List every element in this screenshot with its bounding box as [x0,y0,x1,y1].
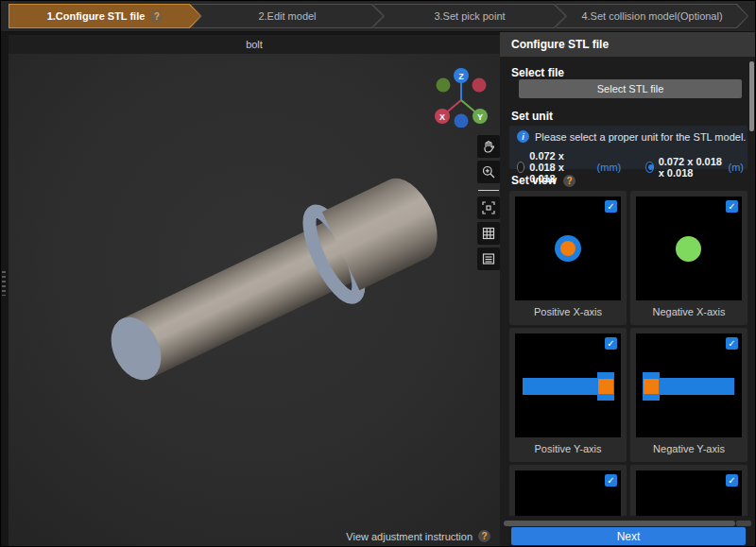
positive-y-thumbnail[interactable] [515,333,621,437]
view-adjustment-help-icon[interactable]: ? [478,530,490,542]
view-tile-positive-x-axis[interactable]: Positive X-axis [509,191,627,325]
step-set-pick-point[interactable]: 3.Set pick point [373,4,566,28]
unit-option-m[interactable]: 0.072 x 0.018 x 0.018 (m) [645,156,744,179]
view-tile-partial-2[interactable] [630,465,747,516]
list-icon[interactable] [477,248,500,270]
app-window: 1.Configure STL file ? 2.Edit model 3.Se… [0,0,756,547]
view-tile-negative-y-axis[interactable]: Negative Y-axis [630,328,747,462]
set-unit-box: i Please select a proper unit for the ST… [509,126,747,169]
negative-x-checkbox[interactable] [726,200,738,213]
zoom-in-icon[interactable] [477,161,500,183]
wizard-bar: 1.Configure STL file ? 2.Edit model 3.Se… [1,1,756,32]
view-tile-negative-x-axis[interactable]: Negative X-axis [630,191,747,325]
unit-info-row: i Please select a proper unit for the ST… [517,130,746,143]
partial-thumbnail-2[interactable] [636,470,742,516]
negative-y-thumbnail[interactable] [636,333,742,437]
partial-2-checkbox[interactable] [726,474,738,487]
radio-mm-icon[interactable] [517,162,524,173]
gizmo-neg-y-icon [437,78,451,93]
view-adjustment-instruction[interactable]: View adjustment instruction ? [346,530,490,542]
pan-hand-icon[interactable] [477,135,500,158]
select-stl-file-button[interactable]: Select STL file [519,79,742,98]
positive-x-thumbnail[interactable] [515,197,621,300]
gizmo-x-label: X [439,112,445,122]
panel-drag-handle[interactable] [2,271,6,296]
negative-x-shape-icon [676,236,701,262]
panel-title: Configure STL file [500,32,756,57]
step-2-label: 2.Edit model [258,10,316,22]
model-title: bolt [9,35,500,54]
radio-m-icon[interactable] [645,162,653,173]
set-view-heading-label: Set view [511,174,557,187]
gizmo-z-label: Z [458,72,464,81]
step-3-label: 3.Set pick point [434,10,505,22]
view-label: Negative X-axis [636,300,742,323]
wizard-steps: 1.Configure STL file ? 2.Edit model 3.Se… [9,4,748,28]
positive-x-shape-icon [555,235,581,262]
toolbar-separator [478,190,499,191]
viewport-toolbar [477,135,500,273]
configure-stl-panel: Configure STL file Select file Select ST… [500,32,756,547]
partial-1-checkbox[interactable] [605,474,617,487]
select-file-heading: Select file [511,66,564,79]
next-button[interactable]: Next [511,527,746,545]
3d-viewport[interactable]: Z X Y [9,54,500,547]
set-view-help-icon[interactable]: ? [563,175,576,187]
view-grid: Positive X-axis Negative X-axis [509,191,747,516]
positive-x-checkbox[interactable] [605,200,617,213]
step-1-help-icon[interactable]: ? [150,10,163,23]
step-configure-stl-file[interactable]: 1.Configure STL file ? [9,4,201,28]
unit-info-text: Please select a proper unit for the STL … [535,131,746,143]
positive-y-orange-icon [598,379,613,394]
gizmo-neg-x-icon [472,78,487,93]
fit-view-icon[interactable] [477,197,500,219]
step-edit-model[interactable]: 2.Edit model [191,4,384,28]
unit-mm-label: (mm) [597,162,622,173]
step-set-collision-model[interactable]: 4.Set collision model(Optional) [556,4,748,28]
info-icon: i [517,130,529,143]
step-4-label: 4.Set collision model(Optional) [581,10,722,22]
unit-m-size: 0.072 x 0.018 x 0.018 [659,156,724,179]
partial-thumbnail-1[interactable] [515,470,621,516]
horizontal-scrollbar[interactable] [504,521,735,526]
set-view-heading: Set view ? [511,174,576,187]
view-tile-positive-y-axis[interactable]: Positive Y-axis [509,328,627,462]
viewport-region: bolt [1,32,500,547]
view-label: Positive X-axis [515,300,621,323]
view-tile-partial-1[interactable] [509,465,627,516]
axis-gizmo[interactable]: Z X Y [430,65,492,128]
scrollbar-corner[interactable] [736,521,751,526]
bolt-3d-model[interactable] [9,54,500,547]
grid-icon[interactable] [477,222,500,245]
positive-y-checkbox[interactable] [605,337,617,350]
view-label: Positive Y-axis [515,437,621,460]
step-1-label: 1.Configure STL file [47,10,146,22]
vertical-scrollbar[interactable] [749,61,754,131]
view-adjustment-label: View adjustment instruction [346,531,472,542]
set-unit-heading: Set unit [511,110,553,123]
negative-y-orange-icon [644,379,659,394]
gizmo-neg-z-icon [455,114,469,128]
view-grid-scroll-area[interactable]: Positive X-axis Negative X-axis [509,191,747,516]
view-label: Negative Y-axis [636,437,742,460]
negative-x-thumbnail[interactable] [636,197,742,300]
unit-m-label: (m) [729,162,745,173]
negative-y-checkbox[interactable] [726,337,738,350]
gizmo-y-label: Y [477,112,483,122]
